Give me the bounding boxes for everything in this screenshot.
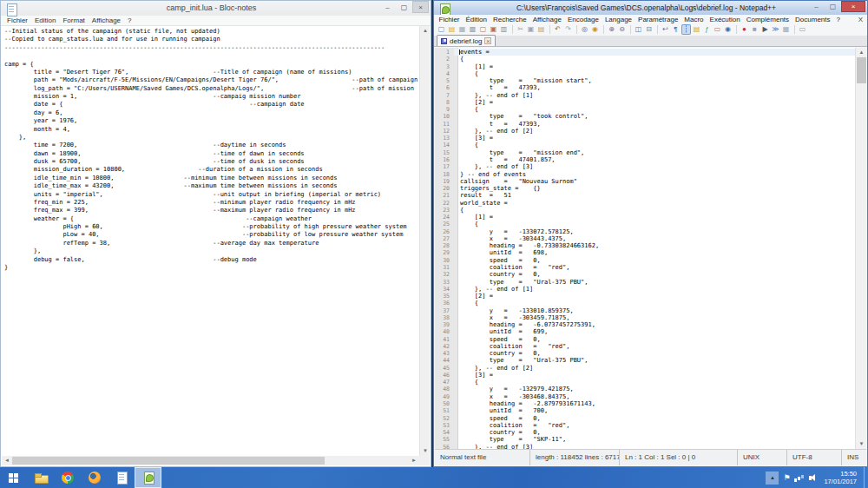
notepad-vertical-scrollbar[interactable]: ▲ ▼ <box>419 26 430 456</box>
npp-menu-item[interactable]: Recherche <box>490 16 529 23</box>
monitoring-icon[interactable]: ▭ <box>713 24 722 35</box>
show-desktop-button[interactable] <box>864 467 868 488</box>
notepad-plus-plus-button[interactable] <box>135 467 161 488</box>
npp-vertical-scrollbar[interactable]: ▲ ▼ <box>855 48 866 449</box>
close-all-docs-icon[interactable]: ▣ <box>489 24 498 35</box>
maximize-button[interactable]: ▢ <box>396 1 412 13</box>
zoom-in-icon[interactable]: ⊕ <box>607 24 616 35</box>
function-list-icon[interactable]: ƒ <box>702 24 712 35</box>
play-macro-icon[interactable]: ▶ <box>760 24 770 35</box>
npp-menu-item[interactable]: Documents <box>792 16 833 23</box>
scroll-down-icon[interactable]: ▼ <box>420 446 431 456</box>
status-doc-type: Normal text file <box>435 450 530 465</box>
taskbar-clock[interactable]: 15:50 17/01/2017 <box>824 470 857 485</box>
network-icon[interactable] <box>794 473 805 483</box>
sync-vertical-icon[interactable]: ◫ <box>634 24 643 35</box>
npp-menu-item[interactable]: Macro <box>681 16 707 23</box>
volume-icon[interactable] <box>809 473 819 483</box>
scrollbar-thumb[interactable] <box>857 57 866 83</box>
line-number: 8 <box>435 99 454 106</box>
word-wrap-icon[interactable]: ↩ <box>661 24 670 35</box>
status-encoding[interactable]: UTF-8 <box>787 450 842 465</box>
firefox-button[interactable] <box>81 467 108 488</box>
notepad-titlebar[interactable]: camp_init.lua - Bloc-notes – ▢ × <box>1 1 431 16</box>
code-line: 2{ <box>435 56 855 63</box>
notepad-menu-item[interactable]: Affichage <box>89 16 124 24</box>
chrome-button[interactable] <box>54 467 81 488</box>
tab-debrief-log[interactable]: debrief.log × <box>437 35 496 46</box>
npp-menu-item[interactable]: ? <box>833 16 843 23</box>
indent-guide-icon[interactable]: ┆ <box>681 24 691 35</box>
scroll-down-icon[interactable]: ▼ <box>856 439 867 449</box>
zoom-out-icon[interactable]: ⊖ <box>617 24 627 35</box>
save-all-icon[interactable]: ▩ <box>468 24 477 35</box>
redo-icon[interactable]: ↷ <box>563 24 573 35</box>
launch-icon[interactable]: ▭ <box>798 24 807 35</box>
run-macro-multiple-icon[interactable]: ≫ <box>771 24 780 35</box>
paste-icon[interactable]: ▤ <box>536 24 546 35</box>
npp-menu-item[interactable]: Langage <box>602 16 635 23</box>
stop-macro-icon[interactable]: ■ <box>750 24 760 35</box>
replace-icon[interactable]: ◉ <box>590 24 600 35</box>
code-line: 20triggers_state = {} <box>435 185 855 192</box>
code-line: refTemp = 38, --average day max temperat… <box>2 240 419 247</box>
notepad-text-area[interactable]: --Initial status of the campaign (static… <box>2 26 419 456</box>
notepad-button[interactable] <box>108 467 135 488</box>
notepad-menu-item[interactable]: Format <box>59 16 88 24</box>
find-icon[interactable]: ◎ <box>580 24 589 35</box>
copy-icon[interactable]: ▣ <box>526 24 536 35</box>
new-file-icon[interactable]: ▢ <box>437 24 446 35</box>
maximize-button[interactable]: ▢ <box>825 1 841 12</box>
toolbar-separator <box>576 25 577 34</box>
npp-menubar: Fichier Édition Recherche Affichage Enco… <box>434 15 867 23</box>
scroll-left-icon[interactable]: ◄ <box>2 456 12 465</box>
file-explorer-button[interactable] <box>27 467 54 488</box>
status-typing-mode[interactable]: INS <box>842 450 866 465</box>
sync-horizontal-icon[interactable]: ⊟ <box>644 24 654 35</box>
close-document-icon[interactable]: X <box>858 16 863 23</box>
close-doc-icon[interactable]: ▢ <box>478 24 488 35</box>
tab-close-icon[interactable]: × <box>484 37 491 44</box>
notepad-menu-item[interactable]: Edition <box>31 16 59 24</box>
record-macro-icon[interactable]: ● <box>740 24 749 35</box>
view-eye-icon[interactable]: ◉ <box>723 24 733 35</box>
code-line: 41 speed = 0, <box>435 336 855 343</box>
npp-titlebar[interactable]: C:\Users\François\Saved Games\DCS.openal… <box>434 1 867 15</box>
npp-menu-item[interactable]: Compléments <box>743 16 792 23</box>
document-map-icon[interactable]: ▤ <box>692 24 701 35</box>
print-icon[interactable]: ▥ <box>499 24 509 35</box>
start-button[interactable] <box>0 467 27 488</box>
notepad-menu-item[interactable]: Fichier <box>3 16 31 24</box>
notepad-menu-item[interactable]: ? <box>124 16 135 24</box>
cut-icon[interactable]: ✂ <box>516 24 525 35</box>
npp-editor-area[interactable]: 1events = 2{ 3 [1] = 4 { 5 type = "missi… <box>435 48 855 449</box>
line-number: 14 <box>435 142 454 148</box>
save-icon[interactable]: ▦ <box>457 24 467 35</box>
show-all-characters-icon[interactable]: ¶ <box>671 24 681 35</box>
npp-menu-item[interactable]: Exécution <box>707 16 743 23</box>
npp-menu-item[interactable]: Affichage <box>529 16 564 23</box>
npp-menu-item[interactable]: Fichier <box>436 16 463 23</box>
code-line <box>2 52 419 60</box>
scroll-right-icon[interactable]: ► <box>409 456 419 465</box>
status-eol-format[interactable]: UNIX <box>738 450 787 465</box>
line-number: 6 <box>435 84 454 91</box>
npp-menu-item[interactable]: Encodage <box>564 16 602 23</box>
minimize-button[interactable]: – <box>808 1 825 12</box>
open-folder-icon[interactable]: ▤ <box>447 24 457 35</box>
npp-menu-item[interactable]: Paramétrage <box>635 16 681 23</box>
close-button[interactable]: × <box>412 1 429 13</box>
code-line: 23{ <box>435 207 855 214</box>
hidden-icons-button[interactable]: ▲ <box>766 472 779 485</box>
close-button[interactable]: × <box>841 1 865 12</box>
scrollbar-thumb[interactable] <box>12 457 325 465</box>
save-macro-icon[interactable]: ▦ <box>781 24 791 35</box>
undo-icon[interactable]: ↶ <box>553 24 562 35</box>
line-number: 27 <box>435 235 454 242</box>
notepad-horizontal-scrollbar[interactable]: ◄ ► <box>2 456 419 465</box>
scroll-up-icon[interactable]: ▲ <box>856 48 867 57</box>
action-center-flag-icon[interactable]: ⚑ <box>783 473 790 482</box>
minimize-button[interactable]: – <box>379 1 396 13</box>
npp-menu-item[interactable]: Édition <box>463 16 490 23</box>
scroll-up-icon[interactable]: ▲ <box>420 26 431 36</box>
